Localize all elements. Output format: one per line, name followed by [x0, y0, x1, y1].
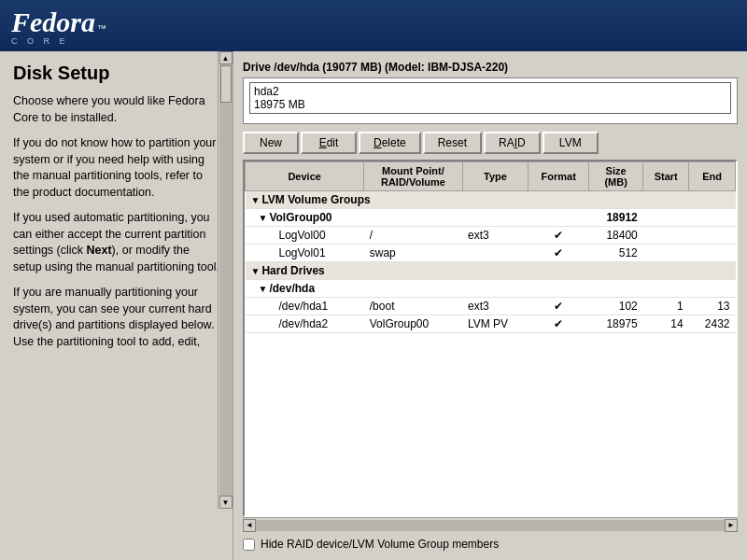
dev-hda-row: ▼/dev/hda — [246, 280, 736, 298]
logo-tm: ™ — [97, 23, 106, 34]
right-panel: Drive /dev/hda (19077 MB) (Model: IBM-DJ… — [233, 51, 747, 560]
horizontal-scrollbar[interactable]: ◄ ► — [243, 517, 738, 532]
col-start: Start — [643, 162, 689, 191]
left-panel: Disk Setup Choose where you would like F… — [0, 51, 233, 560]
col-size: Size(MB) — [588, 162, 642, 191]
toolbar: New Edit Delete Reset RAID LVM — [243, 132, 738, 154]
raid-button[interactable]: RAID — [484, 132, 541, 154]
delete-label: Delete — [374, 136, 406, 149]
hide-raid-label: Hide RAID device/LVM Volume Group member… — [261, 538, 499, 551]
main-layout: Disk Setup Choose where you would like F… — [0, 51, 747, 560]
logvol01-row: LogVol01 swap ✔ 512 — [246, 245, 736, 262]
new-button[interactable]: New — [243, 132, 299, 154]
left-scrollbar[interactable]: ▲ ▼ — [218, 51, 233, 509]
desc-4: If you are manually partitioning your sy… — [13, 285, 219, 350]
hard-drives-header: ▼Hard Drives — [246, 262, 736, 280]
reset-button[interactable]: Reset — [423, 132, 482, 154]
h-scroll-track — [256, 520, 725, 531]
drive-partition: hda2 18975 MB — [249, 82, 731, 114]
lvm-button[interactable]: LVM — [543, 132, 599, 154]
header: Fedora ™ C O R E — [0, 0, 747, 51]
drive-visual: hda2 18975 MB — [243, 77, 738, 124]
col-device: Device — [246, 162, 364, 191]
drive-label: Drive /dev/hda (19077 MB) (Model: IBM-DJ… — [243, 61, 738, 74]
logo: Fedora ™ C O R E — [11, 7, 106, 46]
scroll-down-arrow[interactable]: ▼ — [219, 496, 233, 509]
desc-3: If you used automatic partitioning, you … — [13, 210, 219, 275]
dev-hda1-row: /dev/hda1 /boot ext3 ✔ 102 1 13 — [246, 298, 736, 315]
delete-button[interactable]: Delete — [359, 132, 421, 154]
col-format: Format — [529, 162, 589, 191]
scroll-thumb[interactable] — [220, 65, 232, 103]
desc-2: If you do not know how to partition your… — [13, 135, 219, 201]
partition-name: hda2 — [254, 85, 726, 98]
table-header-row: Device Mount Point/RAID/Volume Type Form… — [246, 162, 736, 191]
logo-main: Fedora — [11, 7, 95, 38]
volgroup00-row: ▼VolGroup00 18912 — [246, 209, 736, 227]
scroll-left-arrow[interactable]: ◄ — [243, 519, 256, 532]
edit-button[interactable]: Edit — [301, 132, 357, 154]
page-title: Disk Setup — [13, 63, 219, 84]
logvol00-row: LogVol00 / ext3 ✔ 18400 — [246, 227, 736, 245]
partition-table-wrapper[interactable]: Device Mount Point/RAID/Volume Type Form… — [243, 160, 738, 517]
edit-label: Edit — [319, 136, 339, 149]
lvm-group-header: ▼LVM Volume Groups — [246, 191, 736, 209]
partition-size: 18975 MB — [254, 98, 726, 111]
checkbox-area: Hide RAID device/LVM Volume Group member… — [243, 538, 738, 551]
partition-table: Device Mount Point/RAID/Volume Type Form… — [245, 161, 736, 333]
drive-area: Drive /dev/hda (19077 MB) (Model: IBM-DJ… — [243, 61, 738, 124]
dev-hda2-row: /dev/hda2 VolGroup00 LVM PV ✔ 18975 14 2… — [246, 315, 736, 333]
col-end: End — [689, 162, 736, 191]
col-type: Type — [462, 162, 529, 191]
scroll-track — [219, 64, 233, 496]
col-mount: Mount Point/RAID/Volume — [364, 162, 462, 191]
hide-raid-checkbox[interactable] — [243, 539, 255, 551]
desc-1: Choose where you would like Fedora Core … — [13, 93, 219, 126]
scroll-right-arrow[interactable]: ► — [725, 519, 738, 532]
raid-label: RAID — [499, 136, 526, 149]
scroll-up-arrow[interactable]: ▲ — [219, 51, 233, 64]
